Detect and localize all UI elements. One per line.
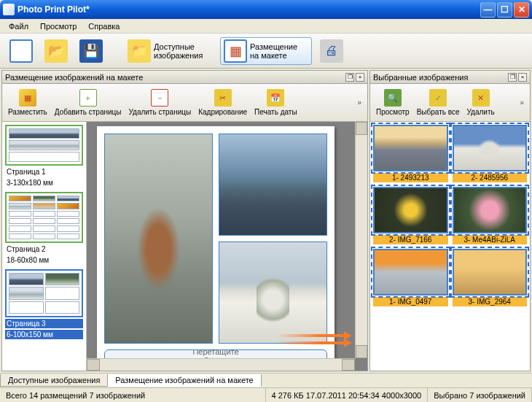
available-images-button[interactable]: 📁 Доступные изображения	[124, 37, 216, 65]
panel-close-icon[interactable]: ×	[518, 73, 527, 82]
canvas-hscroll[interactable]	[87, 358, 355, 371]
select-all-icon: ✓	[429, 89, 447, 107]
slot-image-2[interactable]	[219, 241, 327, 344]
selected-panel-header: Выбранные изображения ❐ ×	[370, 71, 530, 84]
menu-file[interactable]: Файл	[3, 20, 34, 32]
layout-icon: ▦	[224, 39, 247, 63]
slot-image-1[interactable]	[219, 134, 327, 236]
open-icon: 📂	[44, 39, 68, 63]
delete-icon: ✕	[472, 89, 490, 107]
page-thumb-1[interactable]: Страница 1 3-130x180 мм	[5, 125, 83, 188]
print-date-button[interactable]: 📅Печать даты	[251, 88, 300, 117]
status-summary: Всего 14 размещений 7 изображений	[0, 388, 266, 402]
thumb-2[interactable]: 2- 2485956	[453, 125, 528, 182]
menubar: Файл Просмотр Справка	[0, 19, 532, 34]
layout-button[interactable]: ▦ Размещение на макете	[220, 37, 312, 65]
canvas-vscroll[interactable]	[355, 122, 367, 358]
page-thumb-2[interactable]: Страница 2 18-60x80 мм	[5, 192, 83, 265]
thumb-5[interactable]: 1- IMG_0497	[373, 249, 448, 306]
panel-close-icon[interactable]: ×	[356, 73, 364, 82]
delete-button[interactable]: ✕Удалить	[464, 88, 498, 117]
selected-toolbar: 🔍Просмотр ✓Выбрать все ✕Удалить »	[370, 84, 530, 122]
selected-panel-title: Выбранные изображения	[373, 73, 468, 82]
available-label: Доступные изображения	[154, 42, 212, 60]
view-button[interactable]: 🔍Просмотр	[373, 88, 412, 117]
thumb-6[interactable]: 3- IMG_2964	[453, 249, 528, 306]
new-icon	[9, 39, 33, 63]
thumb-1[interactable]: 1- 2493213	[373, 125, 448, 182]
status-file-info: 4 276 КБ 17.07.2011 20:54:34 4000x3000	[266, 388, 429, 402]
folder-icon: 📁	[128, 39, 151, 63]
main-toolbar: 📂 💾 📁 Доступные изображения ▦ Размещение…	[0, 34, 532, 69]
page-canvas[interactable]: Перетащите изображения	[87, 122, 367, 371]
close-button[interactable]: ✕	[514, 2, 529, 18]
crop-button[interactable]: ✂Кадрирование	[195, 88, 250, 117]
save-icon: 💾	[79, 39, 103, 63]
toolbar-expand-icon[interactable]: »	[354, 97, 364, 108]
layout-toolbar: ▦Разместить ＋Добавить страницы －Удалить …	[2, 84, 367, 122]
selected-images-panel: Выбранные изображения ❐ × 🔍Просмотр ✓Выб…	[369, 70, 531, 371]
window-title: Photo Print Pilot*	[17, 4, 479, 15]
delete-page-icon: －	[151, 89, 168, 107]
page-thumb-3[interactable]: Страница 3 6-100x150 мм	[5, 269, 83, 339]
thumbnails-area[interactable]: 1- 2493213 2- 2485956 2- IMG_7166 3- Me4…	[370, 122, 530, 371]
menu-help[interactable]: Справка	[82, 20, 125, 32]
minimize-button[interactable]: —	[480, 2, 496, 18]
view-icon: 🔍	[384, 89, 402, 107]
layout-panel: Размещение изображений на макете ❐ × ▦Ра…	[1, 70, 368, 371]
select-all-button[interactable]: ✓Выбрать все	[414, 88, 463, 117]
tab-layout[interactable]: Размещение изображений на макете	[107, 374, 261, 387]
save-button[interactable]: 💾	[76, 37, 106, 65]
bottom-tabs: Доступные изображения Размещение изображ…	[0, 373, 532, 387]
add-pages-button[interactable]: ＋Добавить страницы	[52, 88, 125, 117]
new-button[interactable]	[6, 37, 36, 65]
maximize-button[interactable]: ☐	[497, 2, 512, 18]
delete-pages-button[interactable]: －Удалить страницы	[125, 88, 194, 117]
place-button[interactable]: ▦Разместить	[5, 88, 50, 117]
menu-view[interactable]: Просмотр	[34, 20, 82, 32]
titlebar: Photo Print Pilot* — ☐ ✕	[0, 0, 532, 19]
tab-available[interactable]: Доступные изображения	[0, 374, 108, 387]
crop-icon: ✂	[214, 89, 232, 107]
layout-panel-title: Размещение изображений на макете	[5, 73, 143, 82]
status-selected: Выбрано 7 изображений	[428, 388, 532, 402]
toolbar-expand-icon[interactable]: »	[517, 97, 527, 108]
thumb-4[interactable]: 3- Me4ABi-ZiLA	[453, 187, 528, 244]
print-button[interactable]: 🖨	[316, 37, 347, 65]
date-icon: 📅	[267, 89, 284, 107]
add-page-icon: ＋	[79, 89, 97, 107]
pages-strip[interactable]: Страница 1 3-130x180 мм Страница 2 18-60…	[2, 122, 87, 371]
slot-image-3[interactable]	[104, 134, 213, 344]
panel-restore-icon[interactable]: ❐	[345, 73, 354, 82]
page-preview: Перетащите изображения	[97, 126, 335, 370]
statusbar: Всего 14 размещений 7 изображений 4 276 …	[0, 387, 532, 402]
layout-panel-header: Размещение изображений на макете ❐ ×	[2, 71, 367, 84]
place-icon: ▦	[19, 89, 36, 107]
thumb-3[interactable]: 2- IMG_7166	[373, 187, 448, 244]
open-button[interactable]: 📂	[41, 37, 71, 65]
printer-icon: 🖨	[320, 39, 343, 63]
layout-label: Размещение на макете	[250, 42, 308, 60]
app-icon	[3, 4, 15, 15]
panel-restore-icon[interactable]: ❐	[508, 73, 517, 82]
